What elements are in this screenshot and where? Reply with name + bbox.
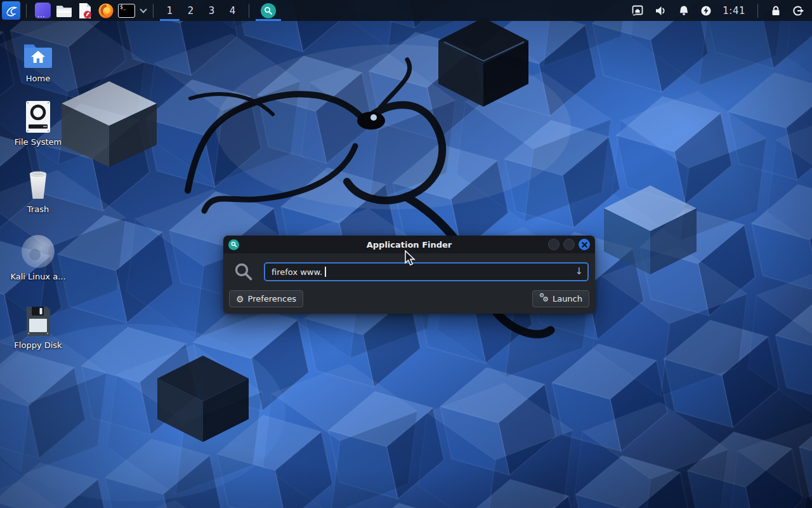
- desktop-icon-home[interactable]: Home: [6, 36, 70, 83]
- volume-icon[interactable]: [655, 5, 667, 17]
- window-title: Application Finder: [223, 240, 595, 250]
- file-manager-icon: [56, 4, 72, 18]
- system-tray: 1:41: [632, 4, 804, 18]
- app-finder-window-icon: [228, 239, 239, 250]
- text-editor-icon: [77, 3, 93, 19]
- floppy-disk-icon: [6, 302, 70, 337]
- launch-button[interactable]: ⚙ ⚙ Launch: [532, 290, 589, 307]
- desktop-icon-label: Kali Linux a...: [6, 272, 70, 281]
- desktop-icon-file-system[interactable]: File System: [6, 99, 70, 147]
- text-editor-launcher[interactable]: [74, 0, 95, 21]
- top-panel: ...: [0, 0, 812, 21]
- desktop-icon-label: Floppy Disk: [6, 340, 70, 350]
- workspace-4-button[interactable]: 4: [222, 0, 243, 21]
- kali-app-icon: [6, 234, 70, 268]
- file-manager-launcher[interactable]: [53, 0, 74, 21]
- search-input[interactable]: [264, 262, 589, 281]
- panel-separator: [26, 4, 27, 18]
- titlebar[interactable]: Application Finder: [223, 236, 595, 253]
- panel-separator: [249, 4, 249, 18]
- preferences-button[interactable]: ⚙ Preferences: [229, 290, 303, 307]
- desktop-icon-label: Trash: [6, 204, 70, 214]
- hard-drive-icon: [6, 99, 70, 133]
- home-folder-icon: [6, 36, 70, 70]
- application-finder-window: Application Finder ↓ ⚙ Prefere: [223, 236, 595, 314]
- network-icon[interactable]: [632, 5, 644, 16]
- close-button[interactable]: [579, 239, 590, 250]
- search-icon: [231, 262, 256, 281]
- lock-icon[interactable]: [770, 5, 782, 17]
- launch-gears-icon: ⚙ ⚙: [539, 294, 549, 304]
- window-manager-launcher[interactable]: ...: [32, 0, 53, 21]
- log-out-icon[interactable]: [792, 5, 804, 17]
- clock[interactable]: 1:41: [723, 5, 745, 17]
- desktop-icon-kali-linux[interactable]: Kali Linux a...: [6, 234, 70, 281]
- chevron-down-icon[interactable]: [140, 6, 147, 13]
- desktop-icon-label: File System: [6, 137, 70, 147]
- terminal-icon: $_: [118, 4, 135, 18]
- desktop-icon-label: Home: [6, 74, 70, 83]
- panel-separator: [153, 4, 154, 18]
- workspace-2-button[interactable]: 2: [180, 0, 201, 21]
- app-finder-taskbar-button[interactable]: [255, 0, 282, 21]
- gear-icon: ⚙: [236, 295, 244, 304]
- terminal-launcher[interactable]: $_: [116, 0, 137, 21]
- maximize-button[interactable]: [563, 239, 575, 250]
- panel-separator: [757, 4, 758, 18]
- notifications-bell-icon[interactable]: [678, 5, 690, 17]
- workspace-1-button[interactable]: 1: [159, 0, 180, 21]
- trash-icon: [6, 166, 70, 201]
- desktop-icon-trash[interactable]: Trash: [6, 166, 70, 214]
- desktop-icon-floppy-disk[interactable]: Floppy Disk: [6, 302, 70, 350]
- kali-menu-button[interactable]: [2, 1, 20, 20]
- text-caret: [325, 267, 326, 277]
- power-manager-icon[interactable]: [700, 5, 712, 17]
- firefox-icon: [98, 3, 114, 19]
- minimize-button[interactable]: [548, 239, 560, 250]
- window-manager-icon: ...: [35, 3, 51, 18]
- workspace-3-button[interactable]: 3: [201, 0, 222, 21]
- app-finder-icon: [261, 3, 276, 18]
- kali-logo-icon: [4, 4, 18, 18]
- firefox-launcher[interactable]: [95, 0, 116, 21]
- close-icon: [582, 242, 587, 248]
